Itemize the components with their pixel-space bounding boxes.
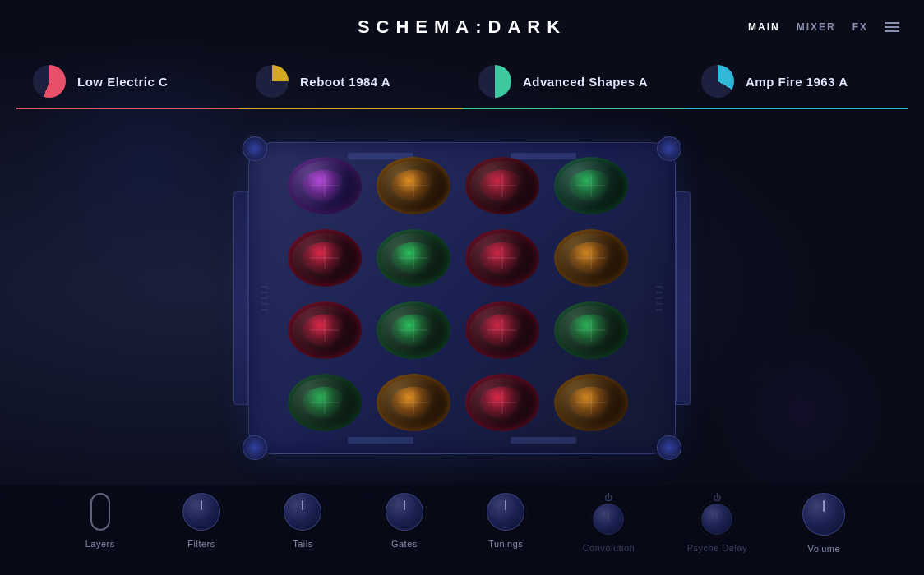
orb-cross: [487, 246, 517, 269]
side-line: [261, 286, 268, 287]
orb-4-3[interactable]: [465, 374, 539, 431]
orb-cross: [399, 319, 428, 342]
orb-2-4[interactable]: [554, 229, 628, 287]
side-line: [656, 303, 663, 304]
orb-2-2[interactable]: [377, 229, 450, 287]
orb-3-3[interactable]: [465, 301, 539, 359]
instrument-name-3: Advanced Shapes A: [523, 75, 648, 89]
layers-icon: [90, 493, 110, 531]
corner-connector-tl: [243, 136, 267, 161]
control-label-psyche-delay: Psyche Delay: [687, 543, 747, 553]
control-label-volume: Volume: [807, 544, 840, 554]
knob-ring: [698, 500, 736, 538]
control-label-filters: Filters: [187, 539, 215, 549]
control-volume[interactable]: Volume: [799, 493, 848, 554]
device-casing: [248, 142, 676, 454]
orb-cross: [487, 174, 517, 197]
orb-cross: [576, 319, 606, 342]
orb-3-2[interactable]: [377, 301, 450, 359]
psyche-delay-knob[interactable]: [701, 504, 732, 535]
side-line: [656, 309, 663, 310]
orb-2-3[interactable]: [465, 229, 539, 287]
orb-cross: [576, 174, 606, 197]
orb-cross: [399, 174, 428, 197]
orb-cross: [576, 246, 606, 269]
orb-cross: [310, 391, 340, 414]
nav-menu-button[interactable]: [885, 22, 899, 32]
control-gates[interactable]: Gates: [380, 493, 429, 549]
app-logo: SCHEMA:DARK: [358, 16, 566, 38]
control-label-layers: Layers: [85, 539, 115, 549]
filters-knob[interactable]: [182, 493, 220, 531]
side-line: [261, 309, 268, 310]
instrument-tab-1[interactable]: Low Electric C: [16, 53, 239, 111]
logo-schema: SCHEMA:: [358, 16, 488, 37]
instrument-tab-4[interactable]: Amp Fire 1963 A: [685, 53, 908, 111]
control-tunings[interactable]: Tunings: [481, 493, 530, 549]
orb-3-1[interactable]: [288, 301, 362, 359]
logo-dark: DARK: [488, 16, 567, 37]
control-label-tunings: Tunings: [488, 539, 523, 549]
nav-bar-3: [885, 30, 899, 32]
tunings-knob[interactable]: [487, 493, 524, 531]
control-filters[interactable]: Filters: [177, 493, 226, 549]
device-side-lines-left: [261, 286, 268, 310]
instrument-tab-2[interactable]: Reboot 1984 A: [239, 53, 462, 111]
knob-ring: [280, 490, 325, 534]
nav-mixer-button[interactable]: MIXER: [797, 21, 836, 33]
orb-1-3[interactable]: [465, 157, 539, 214]
control-tails[interactable]: Tails: [278, 493, 327, 549]
instrument-name-2: Reboot 1984 A: [300, 75, 390, 89]
instrument-tab-3[interactable]: Advanced Shapes A: [462, 53, 685, 111]
knob-ring: [483, 490, 528, 534]
device-side-left: [233, 191, 248, 405]
orb-2-1[interactable]: [288, 229, 362, 287]
knob-ring: [179, 490, 224, 534]
orb-4-1[interactable]: [288, 374, 362, 431]
convolution-knob[interactable]: [593, 504, 624, 535]
instrument-tabs: Low Electric C Reboot 1984 A Advanced Sh…: [0, 53, 924, 111]
orb-1-4[interactable]: [554, 157, 628, 214]
control-convolution[interactable]: ⏻ Convolution: [583, 493, 635, 553]
corner-connector-tr: [657, 136, 681, 161]
instrument-icon-1: [33, 65, 66, 98]
orbs-grid: [271, 140, 653, 456]
orb-4-4[interactable]: [554, 374, 628, 431]
control-layers[interactable]: Layers: [76, 493, 125, 549]
center-visualization: [0, 111, 924, 485]
volume-knob[interactable]: [802, 493, 845, 536]
device-side-lines-right: [656, 286, 663, 310]
corner-connector-bl: [243, 435, 267, 460]
knob-ring: [589, 500, 627, 538]
orb-3-4[interactable]: [554, 301, 628, 359]
device-unit: [248, 142, 676, 454]
bottom-controls: Layers Filters Tails Gates: [0, 485, 924, 575]
tails-knob[interactable]: [284, 493, 321, 531]
device-side-right: [676, 191, 691, 405]
orb-cross: [576, 391, 606, 414]
top-navigation: SCHEMA:DARK MAIN MIXER FX: [0, 0, 924, 53]
orb-1-1[interactable]: [288, 157, 362, 214]
orb-cross: [310, 319, 340, 342]
instrument-icon-3: [478, 65, 511, 98]
knob-ring: [382, 490, 427, 534]
instrument-icon-4: [701, 65, 734, 98]
orb-cross: [399, 391, 428, 414]
orb-cross: [487, 391, 517, 414]
control-label-convolution: Convolution: [583, 543, 635, 553]
instrument-name-4: Amp Fire 1963 A: [746, 75, 848, 89]
gates-knob[interactable]: [386, 493, 423, 531]
side-line: [656, 297, 663, 298]
instrument-icon-2: [256, 65, 289, 98]
orb-cross: [399, 246, 428, 269]
nav-bar-2: [885, 26, 899, 28]
control-psyche-delay[interactable]: ⏻ Psyche Delay: [687, 493, 747, 553]
orb-4-2[interactable]: [377, 374, 450, 431]
nav-actions: MAIN MIXER FX: [748, 21, 899, 33]
nav-fx-button[interactable]: FX: [852, 21, 868, 33]
side-line: [261, 303, 268, 304]
nav-main-button[interactable]: MAIN: [748, 21, 780, 33]
side-line: [261, 292, 268, 292]
orb-cross: [310, 246, 340, 269]
orb-1-2[interactable]: [377, 157, 450, 214]
